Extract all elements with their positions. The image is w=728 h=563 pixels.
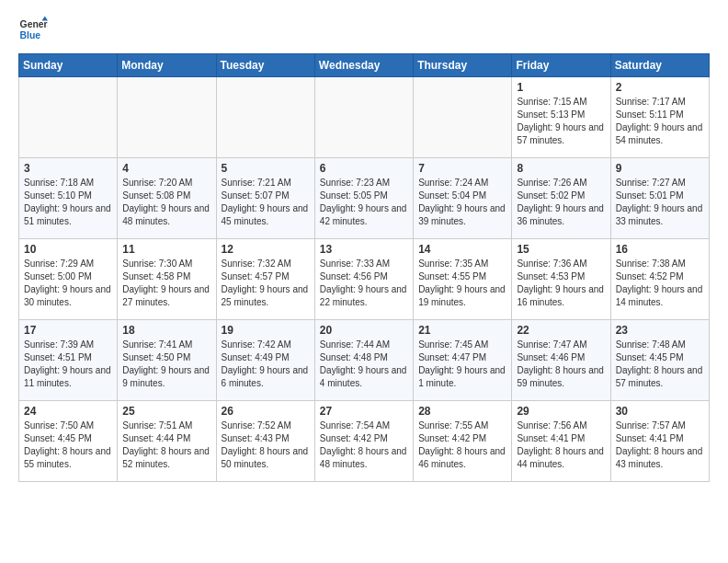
day-number: 3 bbox=[24, 162, 112, 175]
day-info: Sunrise: 7:26 AM Sunset: 5:02 PM Dayligh… bbox=[517, 177, 605, 228]
calendar-cell bbox=[19, 77, 118, 158]
day-info: Sunrise: 7:32 AM Sunset: 4:57 PM Dayligh… bbox=[222, 258, 310, 309]
day-info: Sunrise: 7:30 AM Sunset: 4:58 PM Dayligh… bbox=[122, 258, 210, 309]
day-info: Sunrise: 7:38 AM Sunset: 4:52 PM Dayligh… bbox=[616, 258, 704, 309]
day-number: 16 bbox=[616, 243, 704, 256]
day-number: 19 bbox=[222, 324, 310, 337]
logo-icon: General Blue bbox=[18, 15, 48, 44]
calendar-week-3: 10Sunrise: 7:29 AM Sunset: 5:00 PM Dayli… bbox=[19, 239, 710, 320]
day-info: Sunrise: 7:18 AM Sunset: 5:10 PM Dayligh… bbox=[24, 177, 112, 228]
day-info: Sunrise: 7:48 AM Sunset: 4:45 PM Dayligh… bbox=[616, 339, 704, 390]
day-info: Sunrise: 7:52 AM Sunset: 4:43 PM Dayligh… bbox=[222, 419, 310, 471]
calendar-cell: 17Sunrise: 7:39 AM Sunset: 4:51 PM Dayli… bbox=[19, 320, 118, 401]
day-info: Sunrise: 7:39 AM Sunset: 4:51 PM Dayligh… bbox=[24, 339, 112, 390]
weekday-header-sunday: Sunday bbox=[19, 54, 118, 77]
day-number: 28 bbox=[418, 405, 506, 418]
calendar-cell bbox=[118, 77, 216, 158]
svg-text:Blue: Blue bbox=[20, 30, 41, 40]
day-info: Sunrise: 7:15 AM Sunset: 5:13 PM Dayligh… bbox=[517, 96, 605, 147]
day-info: Sunrise: 7:45 AM Sunset: 4:47 PM Dayligh… bbox=[418, 339, 506, 390]
day-number: 13 bbox=[320, 243, 408, 256]
calendar-table: SundayMondayTuesdayWednesdayThursdayFrid… bbox=[18, 53, 710, 482]
calendar-cell: 1Sunrise: 7:15 AM Sunset: 5:13 PM Daylig… bbox=[512, 77, 610, 158]
day-number: 27 bbox=[320, 405, 408, 418]
day-number: 25 bbox=[122, 405, 210, 418]
calendar-cell: 2Sunrise: 7:17 AM Sunset: 5:11 PM Daylig… bbox=[610, 77, 709, 158]
day-info: Sunrise: 7:33 AM Sunset: 4:56 PM Dayligh… bbox=[320, 258, 408, 309]
calendar-cell: 3Sunrise: 7:18 AM Sunset: 5:10 PM Daylig… bbox=[19, 158, 118, 239]
day-info: Sunrise: 7:44 AM Sunset: 4:48 PM Dayligh… bbox=[320, 339, 408, 390]
calendar-cell: 12Sunrise: 7:32 AM Sunset: 4:57 PM Dayli… bbox=[216, 239, 314, 320]
calendar-cell: 20Sunrise: 7:44 AM Sunset: 4:48 PM Dayli… bbox=[314, 320, 413, 401]
calendar-cell: 16Sunrise: 7:38 AM Sunset: 4:52 PM Dayli… bbox=[610, 239, 709, 320]
calendar-cell: 18Sunrise: 7:41 AM Sunset: 4:50 PM Dayli… bbox=[118, 320, 216, 401]
calendar-week-1: 1Sunrise: 7:15 AM Sunset: 5:13 PM Daylig… bbox=[19, 77, 710, 158]
day-info: Sunrise: 7:55 AM Sunset: 4:42 PM Dayligh… bbox=[418, 419, 506, 471]
day-number: 4 bbox=[122, 162, 210, 175]
svg-text:General: General bbox=[20, 19, 48, 29]
page: General Blue SundayMondayTuesdayWednesda… bbox=[0, 0, 728, 491]
weekday-header-friday: Friday bbox=[512, 54, 610, 77]
day-number: 10 bbox=[24, 243, 112, 256]
calendar-cell: 28Sunrise: 7:55 AM Sunset: 4:42 PM Dayli… bbox=[414, 401, 512, 482]
day-info: Sunrise: 7:21 AM Sunset: 5:07 PM Dayligh… bbox=[222, 177, 310, 228]
day-number: 15 bbox=[517, 243, 605, 256]
day-number: 11 bbox=[122, 243, 210, 256]
calendar-cell: 7Sunrise: 7:24 AM Sunset: 5:04 PM Daylig… bbox=[414, 158, 512, 239]
day-number: 1 bbox=[517, 81, 605, 94]
calendar-cell: 6Sunrise: 7:23 AM Sunset: 5:05 PM Daylig… bbox=[314, 158, 413, 239]
calendar-cell: 10Sunrise: 7:29 AM Sunset: 5:00 PM Dayli… bbox=[19, 239, 118, 320]
weekday-header-thursday: Thursday bbox=[414, 54, 512, 77]
day-number: 26 bbox=[222, 405, 310, 418]
day-info: Sunrise: 7:41 AM Sunset: 4:50 PM Dayligh… bbox=[122, 339, 210, 390]
calendar-cell: 8Sunrise: 7:26 AM Sunset: 5:02 PM Daylig… bbox=[512, 158, 610, 239]
calendar-cell: 4Sunrise: 7:20 AM Sunset: 5:08 PM Daylig… bbox=[118, 158, 216, 239]
day-number: 20 bbox=[320, 324, 408, 337]
day-number: 24 bbox=[24, 405, 112, 418]
day-info: Sunrise: 7:56 AM Sunset: 4:41 PM Dayligh… bbox=[517, 419, 605, 471]
day-info: Sunrise: 7:47 AM Sunset: 4:46 PM Dayligh… bbox=[517, 339, 605, 390]
weekday-header-monday: Monday bbox=[118, 54, 216, 77]
day-info: Sunrise: 7:36 AM Sunset: 4:53 PM Dayligh… bbox=[517, 258, 605, 309]
calendar-cell: 5Sunrise: 7:21 AM Sunset: 5:07 PM Daylig… bbox=[216, 158, 314, 239]
weekday-header-tuesday: Tuesday bbox=[216, 54, 314, 77]
day-info: Sunrise: 7:35 AM Sunset: 4:55 PM Dayligh… bbox=[418, 258, 506, 309]
weekday-header-wednesday: Wednesday bbox=[314, 54, 413, 77]
day-info: Sunrise: 7:50 AM Sunset: 4:45 PM Dayligh… bbox=[24, 419, 112, 471]
calendar-cell: 24Sunrise: 7:50 AM Sunset: 4:45 PM Dayli… bbox=[19, 401, 118, 482]
day-info: Sunrise: 7:57 AM Sunset: 4:41 PM Dayligh… bbox=[616, 419, 704, 471]
day-number: 7 bbox=[418, 162, 506, 175]
day-info: Sunrise: 7:20 AM Sunset: 5:08 PM Dayligh… bbox=[122, 177, 210, 228]
calendar-cell: 11Sunrise: 7:30 AM Sunset: 4:58 PM Dayli… bbox=[118, 239, 216, 320]
weekday-header-saturday: Saturday bbox=[610, 54, 709, 77]
calendar-cell: 15Sunrise: 7:36 AM Sunset: 4:53 PM Dayli… bbox=[512, 239, 610, 320]
calendar-cell: 23Sunrise: 7:48 AM Sunset: 4:45 PM Dayli… bbox=[610, 320, 709, 401]
day-number: 17 bbox=[24, 324, 112, 337]
day-number: 29 bbox=[517, 405, 605, 418]
day-info: Sunrise: 7:17 AM Sunset: 5:11 PM Dayligh… bbox=[616, 96, 704, 147]
day-number: 5 bbox=[222, 162, 310, 175]
day-number: 2 bbox=[616, 81, 704, 94]
day-info: Sunrise: 7:23 AM Sunset: 5:05 PM Dayligh… bbox=[320, 177, 408, 228]
day-info: Sunrise: 7:54 AM Sunset: 4:42 PM Dayligh… bbox=[320, 419, 408, 471]
calendar-week-2: 3Sunrise: 7:18 AM Sunset: 5:10 PM Daylig… bbox=[19, 158, 710, 239]
calendar-cell: 29Sunrise: 7:56 AM Sunset: 4:41 PM Dayli… bbox=[512, 401, 610, 482]
day-info: Sunrise: 7:29 AM Sunset: 5:00 PM Dayligh… bbox=[24, 258, 112, 309]
calendar-cell bbox=[216, 77, 314, 158]
calendar-cell: 27Sunrise: 7:54 AM Sunset: 4:42 PM Dayli… bbox=[314, 401, 413, 482]
calendar-cell: 21Sunrise: 7:45 AM Sunset: 4:47 PM Dayli… bbox=[414, 320, 512, 401]
day-number: 14 bbox=[418, 243, 506, 256]
calendar-cell bbox=[314, 77, 413, 158]
day-number: 6 bbox=[320, 162, 408, 175]
calendar-week-4: 17Sunrise: 7:39 AM Sunset: 4:51 PM Dayli… bbox=[19, 320, 710, 401]
calendar-cell: 25Sunrise: 7:51 AM Sunset: 4:44 PM Dayli… bbox=[118, 401, 216, 482]
calendar-cell: 9Sunrise: 7:27 AM Sunset: 5:01 PM Daylig… bbox=[610, 158, 709, 239]
day-number: 21 bbox=[418, 324, 506, 337]
weekday-header-row: SundayMondayTuesdayWednesdayThursdayFrid… bbox=[19, 54, 710, 77]
day-number: 9 bbox=[616, 162, 704, 175]
calendar-cell: 22Sunrise: 7:47 AM Sunset: 4:46 PM Dayli… bbox=[512, 320, 610, 401]
day-info: Sunrise: 7:24 AM Sunset: 5:04 PM Dayligh… bbox=[418, 177, 506, 228]
calendar-cell: 13Sunrise: 7:33 AM Sunset: 4:56 PM Dayli… bbox=[314, 239, 413, 320]
day-number: 30 bbox=[616, 405, 704, 418]
day-number: 12 bbox=[222, 243, 310, 256]
